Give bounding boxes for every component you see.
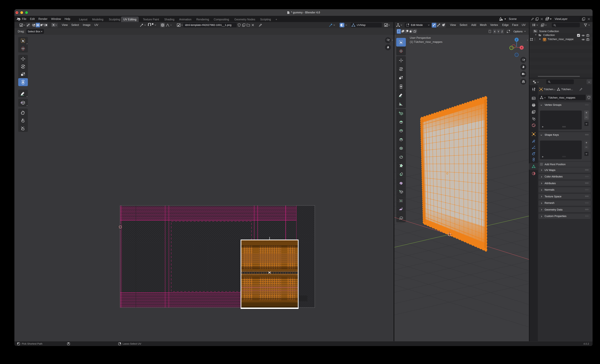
svg-text:Z: Z bbox=[516, 38, 517, 41]
svg-text:X: X bbox=[521, 46, 523, 49]
